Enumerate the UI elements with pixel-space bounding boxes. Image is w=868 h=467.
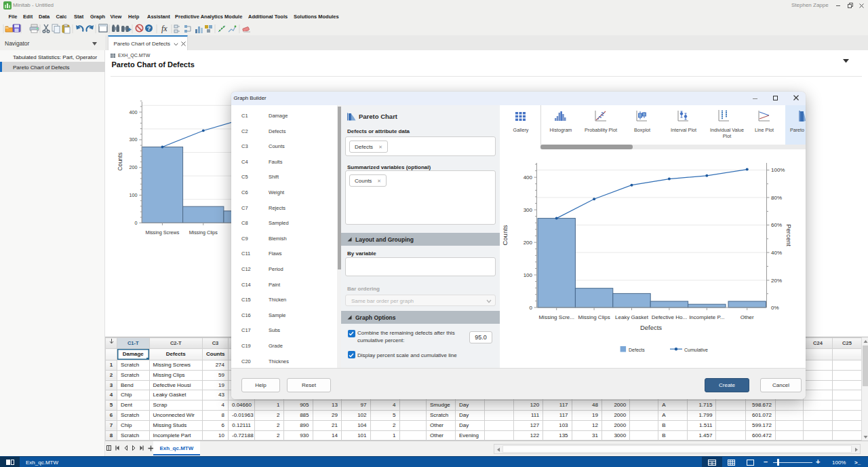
svg-text:400: 400 (130, 109, 138, 115)
svg-text:200: 200 (524, 240, 533, 246)
svg-text:Defects: Defects (640, 324, 662, 331)
svg-text:Other: Other (741, 314, 754, 320)
svg-text:Missing Scre...: Missing Scre... (538, 314, 574, 320)
svg-text:Counts: Counts (501, 225, 509, 245)
svg-text:60%: 60% (771, 222, 782, 228)
svg-text:Leaky Gasket: Leaky Gasket (615, 314, 649, 320)
svg-text:80%: 80% (771, 195, 782, 201)
svg-text:Cumulative: Cumulative (684, 348, 708, 352)
svg-text:100%: 100% (771, 167, 785, 173)
svg-text:?: ? (147, 25, 151, 32)
svg-text:Missing Clips: Missing Clips (189, 229, 218, 236)
svg-text:40%: 40% (771, 250, 782, 256)
svg-text:Counts: Counts (117, 153, 123, 171)
svg-text:20%: 20% (771, 278, 782, 284)
svg-text:Incomplete P...: Incomplete P... (689, 314, 724, 320)
svg-text:fx: fx (161, 24, 167, 33)
svg-text:0%: 0% (771, 305, 779, 311)
svg-text:Missing Clips: Missing Clips (578, 314, 610, 320)
svg-text:0: 0 (530, 305, 533, 311)
svg-text:400: 400 (524, 174, 533, 181)
svg-text:Defective Ho...: Defective Ho... (652, 314, 687, 320)
svg-text:0: 0 (135, 220, 138, 226)
svg-text:300: 300 (130, 136, 138, 143)
svg-text:300: 300 (524, 207, 533, 213)
svg-text:Defects: Defects (629, 348, 645, 352)
svg-text:200: 200 (130, 164, 138, 170)
svg-text:Missing Screws: Missing Screws (145, 229, 179, 236)
svg-text:100: 100 (130, 192, 138, 198)
svg-text:Percent: Percent (785, 224, 793, 246)
svg-text:100: 100 (524, 272, 533, 278)
